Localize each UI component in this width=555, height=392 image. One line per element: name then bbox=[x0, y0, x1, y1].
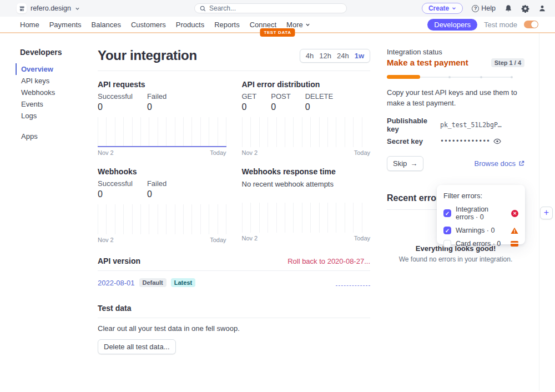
progress-dot bbox=[511, 76, 513, 78]
range-option-4h[interactable]: 4h bbox=[306, 52, 314, 60]
notifications-bell-icon[interactable] bbox=[504, 4, 512, 12]
range-option-1w-selected[interactable]: 1w bbox=[355, 52, 364, 60]
test-mode-toggle[interactable] bbox=[524, 21, 538, 28]
filter-option-warnings[interactable]: ✓ Warnings · 0 bbox=[443, 227, 518, 234]
filter-popover-title: Filter errors: bbox=[443, 192, 518, 200]
api-version-link[interactable]: 2022-08-01 bbox=[98, 279, 135, 287]
page-title: Your integration bbox=[98, 48, 197, 63]
integration-step-title: Make a test payment bbox=[387, 58, 468, 67]
developers-pill-button[interactable]: Developers bbox=[427, 19, 477, 31]
card-icon bbox=[511, 241, 518, 247]
toggle-knob bbox=[531, 21, 538, 28]
profile-avatar-icon[interactable] bbox=[538, 4, 546, 12]
sidebar-item-webhooks[interactable]: Webhooks bbox=[16, 87, 98, 98]
delete-test-data-button[interactable]: Delete all test data... bbox=[98, 339, 176, 354]
vertical-divider bbox=[539, 33, 539, 391]
sidebar-title: Developers bbox=[20, 48, 98, 57]
add-widget-button[interactable]: + bbox=[540, 207, 553, 219]
divider bbox=[98, 270, 370, 271]
nav-item-customers[interactable]: Customers bbox=[131, 21, 166, 29]
help-button[interactable]: ? Help bbox=[472, 4, 496, 12]
stat-get: GET 0 bbox=[242, 92, 257, 112]
nav-item-payments[interactable]: Payments bbox=[49, 21, 82, 29]
sidebar-item-apps[interactable]: Apps bbox=[16, 130, 98, 142]
checkbox-checked[interactable]: ✓ bbox=[443, 209, 451, 217]
chart-card-webhooks: Webhooks Successful 0 Failed 0 Nov 2 bbox=[98, 167, 226, 243]
question-icon: ? bbox=[472, 5, 479, 12]
chart-title: API error distribution bbox=[242, 80, 371, 89]
search-bar[interactable] bbox=[194, 3, 347, 13]
settings-gear-icon[interactable] bbox=[521, 4, 529, 13]
secret-key-value[interactable]: ••••••••••••• bbox=[440, 137, 490, 145]
search-icon bbox=[200, 6, 206, 12]
checkbox-unchecked[interactable] bbox=[443, 240, 451, 248]
filter-option-integration-errors[interactable]: ✓ Integration errors · 0 ✕ bbox=[443, 205, 518, 221]
publishable-key-label: Publishable key bbox=[387, 117, 440, 133]
axis-end-label: Today bbox=[354, 149, 370, 156]
chart-plot-area bbox=[98, 117, 226, 147]
sidebar-item-overview[interactable]: Overview bbox=[16, 63, 98, 75]
chart-title: Webhooks response time bbox=[242, 167, 371, 176]
stat-delete: DELETE 0 bbox=[305, 92, 334, 112]
reveal-eye-icon[interactable] bbox=[493, 138, 501, 144]
filter-option-label: Integration errors · 0 bbox=[456, 205, 507, 221]
axis-start-label: Nov 2 bbox=[98, 237, 114, 243]
chevron-down-icon bbox=[305, 22, 310, 27]
nav-item-products[interactable]: Products bbox=[176, 21, 204, 29]
account-switcher[interactable]: refero.design bbox=[17, 3, 80, 13]
range-option-24h[interactable]: 24h bbox=[337, 52, 349, 60]
progress-dot bbox=[448, 76, 451, 78]
nav-item-more[interactable]: More bbox=[286, 21, 310, 29]
progress-fill bbox=[387, 75, 420, 79]
test-data-badge: TEST DATA bbox=[260, 28, 295, 37]
main-nav: Home Payments Balances Customers Product… bbox=[0, 17, 555, 33]
axis-start-label: Nov 2 bbox=[242, 149, 258, 156]
search-input[interactable] bbox=[209, 4, 341, 12]
create-button[interactable]: Create bbox=[422, 3, 463, 14]
chart-plot-area bbox=[242, 117, 371, 147]
nav-item-home[interactable]: Home bbox=[20, 21, 39, 29]
empty-state-text: We found no errors in your integration. bbox=[387, 255, 524, 263]
filter-option-label: Card errors · 0 bbox=[456, 240, 501, 248]
sidebar-item-api-keys[interactable]: API keys bbox=[16, 75, 98, 87]
sidebar-item-events[interactable]: Events bbox=[16, 98, 98, 110]
integration-status-label: Integration status bbox=[387, 48, 524, 56]
nav-item-balances[interactable]: Balances bbox=[92, 21, 121, 29]
publishable-key-row: Publishable key pk_test_51L2bgP… bbox=[387, 117, 524, 133]
axis-end-label: Today bbox=[354, 235, 370, 242]
checkbox-checked[interactable]: ✓ bbox=[443, 227, 451, 234]
divider bbox=[98, 71, 370, 71]
developers-sidebar: Developers Overview API keys Webhooks Ev… bbox=[20, 48, 98, 354]
main-column: Your integration 4h 12h 24h 1w API reque… bbox=[98, 48, 370, 354]
chart-plot-area bbox=[242, 203, 371, 233]
divider bbox=[98, 318, 370, 318]
sidebar-item-logs[interactable]: Logs bbox=[16, 110, 98, 122]
axis-start-label: Nov 2 bbox=[98, 149, 114, 156]
nav-item-connect[interactable]: Connect bbox=[250, 21, 276, 29]
chart-card-api-error-distribution: API error distribution GET 0 POST 0 DELE… bbox=[242, 80, 371, 156]
upgrade-hint-underline[interactable] bbox=[336, 279, 370, 286]
browse-docs-link[interactable]: Browse docs bbox=[475, 159, 524, 168]
brand-name: refero.design bbox=[31, 4, 71, 12]
stat-value: 0 bbox=[271, 102, 290, 112]
stat-value: 0 bbox=[242, 102, 257, 112]
filter-option-card-errors[interactable]: Card errors · 0 bbox=[443, 240, 518, 248]
stat-value: 0 bbox=[305, 102, 334, 112]
stat-label: DELETE bbox=[305, 92, 334, 100]
arrow-right-icon: → bbox=[410, 159, 417, 168]
publishable-key-value[interactable]: pk_test_51L2bgP… bbox=[440, 121, 502, 129]
rollback-link[interactable]: Roll back to 2020-08-27... bbox=[287, 257, 370, 265]
stat-label: Successful bbox=[98, 179, 133, 188]
range-option-12h[interactable]: 12h bbox=[319, 52, 331, 60]
stat-label: Failed bbox=[147, 179, 167, 188]
skip-label: Skip bbox=[393, 159, 407, 168]
chart-empty-message: No recent webhook attempts bbox=[242, 180, 371, 188]
skip-button[interactable]: Skip → bbox=[387, 156, 423, 171]
stat-value: 0 bbox=[98, 189, 133, 199]
axis-start-label: Nov 2 bbox=[242, 235, 258, 242]
browse-docs-label: Browse docs bbox=[475, 159, 516, 168]
stat-label: POST bbox=[271, 92, 290, 100]
stat-value: 0 bbox=[147, 189, 167, 199]
nav-item-reports[interactable]: Reports bbox=[214, 21, 240, 29]
secret-key-row: Secret key ••••••••••••• bbox=[387, 137, 524, 145]
